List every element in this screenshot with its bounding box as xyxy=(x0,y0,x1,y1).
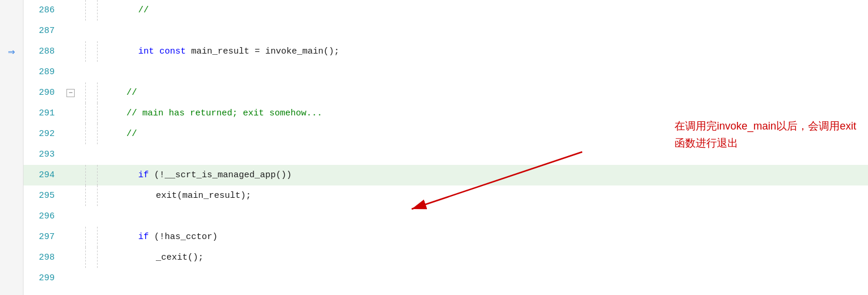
code-line-289: 289 xyxy=(24,62,868,82)
gutter-296 xyxy=(0,206,23,227)
code-line-297: 297 if (!has_cctor) xyxy=(24,227,868,247)
code-line-298: 298 _cexit(); xyxy=(24,247,868,268)
fold-287 xyxy=(62,21,79,41)
editor-gutter: ⇒ xyxy=(0,0,24,295)
code-content-297: if (!has_cctor) xyxy=(103,227,868,247)
code-content-290: // xyxy=(103,82,868,103)
gutter-290 xyxy=(0,82,23,103)
line-num-289: 289 xyxy=(24,62,62,82)
indent-292 xyxy=(79,124,91,144)
indent-298 xyxy=(79,247,91,268)
indent-296 xyxy=(79,206,91,227)
gutter-299 xyxy=(0,268,23,289)
code-content-293 xyxy=(103,144,868,165)
line-num-287: 287 xyxy=(24,21,62,41)
fold-294 xyxy=(62,165,79,185)
code-line-292: 292 // xyxy=(24,124,868,144)
code-content-288: int const main_result = invoke_main(); xyxy=(103,41,868,62)
code-content-294: if (!__scrt_is_managed_app()) xyxy=(103,165,868,185)
fold-icon-290[interactable]: − xyxy=(66,89,75,97)
code-editor: ⇒ 286 // 287 xyxy=(0,0,868,295)
line-num-292: 292 xyxy=(24,124,62,144)
line-num-290: 290 xyxy=(24,82,62,103)
indent-298b xyxy=(91,247,103,268)
code-line-288: 288 int const main_result = invoke_main(… xyxy=(24,41,868,62)
gutter-297 xyxy=(0,227,23,247)
line-num-299: 299 xyxy=(24,268,62,289)
gutter-298 xyxy=(0,247,23,268)
code-line-290: 290 − // xyxy=(24,82,868,103)
code-line-291: 291 // main has returned; exit somehow..… xyxy=(24,103,868,124)
code-content-286: // xyxy=(103,0,868,21)
code-line-295: 295 exit(main_result); xyxy=(24,185,868,206)
gutter-289 xyxy=(0,62,23,82)
indent-294 xyxy=(79,165,91,185)
indent-290b xyxy=(91,82,103,103)
code-line-296: 296 xyxy=(24,206,868,227)
indent-289 xyxy=(79,62,91,82)
fold-293 xyxy=(62,144,79,165)
indent-286b xyxy=(91,0,103,21)
fold-290[interactable]: − xyxy=(62,82,79,103)
indent-289b xyxy=(91,62,103,82)
fold-292 xyxy=(62,124,79,144)
code-content-298: _cexit(); xyxy=(103,247,868,268)
code-lines: 286 // 287 288 int const main_result = i… xyxy=(24,0,868,295)
indent-287b xyxy=(91,21,103,41)
indent-287 xyxy=(79,21,91,41)
gutter-288: ⇒ xyxy=(0,41,23,62)
fold-295 xyxy=(62,185,79,206)
indent-299 xyxy=(79,268,91,289)
indent-291 xyxy=(79,103,91,124)
gutter-293 xyxy=(0,144,23,165)
code-line-293: 293 xyxy=(24,144,868,165)
fold-296 xyxy=(62,206,79,227)
indent-296b xyxy=(91,206,103,227)
indent-297b xyxy=(91,227,103,247)
gutter-287 xyxy=(0,21,23,41)
indent-293 xyxy=(79,144,91,165)
execution-arrow-icon: ⇒ xyxy=(8,44,15,59)
code-line-294: 294 if (!__scrt_is_managed_app()) xyxy=(24,165,868,185)
fold-298 xyxy=(62,247,79,268)
fold-291 xyxy=(62,103,79,124)
code-content-287 xyxy=(103,21,868,41)
code-line-287: 287 xyxy=(24,21,868,41)
indent-297 xyxy=(79,227,91,247)
code-line-286: 286 // xyxy=(24,0,868,21)
line-num-298: 298 xyxy=(24,247,62,268)
line-num-294: 294 xyxy=(24,165,62,185)
indent-295b xyxy=(91,185,103,206)
indent-291b xyxy=(91,103,103,124)
indent-299b xyxy=(91,268,103,289)
fold-286 xyxy=(62,0,79,21)
code-content-291: // main has returned; exit somehow... xyxy=(103,103,868,124)
indent-292b xyxy=(91,124,103,144)
fold-297 xyxy=(62,227,79,247)
gutter-294 xyxy=(0,165,23,185)
fold-288 xyxy=(62,41,79,62)
line-num-286: 286 xyxy=(24,0,62,21)
code-content-296 xyxy=(103,206,868,227)
indent-293b xyxy=(91,144,103,165)
gutter-295 xyxy=(0,185,23,206)
indent-294b xyxy=(91,165,103,185)
line-num-297: 297 xyxy=(24,227,62,247)
gutter-291 xyxy=(0,103,23,124)
indent-290 xyxy=(79,82,91,103)
gutter-292 xyxy=(0,124,23,144)
fold-299 xyxy=(62,268,79,289)
fold-289 xyxy=(62,62,79,82)
line-num-295: 295 xyxy=(24,185,62,206)
code-line-299: 299 xyxy=(24,268,868,289)
indent-288b xyxy=(91,41,103,62)
gutter-286 xyxy=(0,0,23,21)
code-content-289 xyxy=(103,62,868,82)
indent-286 xyxy=(79,0,91,21)
line-num-291: 291 xyxy=(24,103,62,124)
code-content-292: // xyxy=(103,124,868,144)
line-num-293: 293 xyxy=(24,144,62,165)
code-content-299 xyxy=(103,268,868,289)
line-num-288: 288 xyxy=(24,41,62,62)
indent-295 xyxy=(79,185,91,206)
